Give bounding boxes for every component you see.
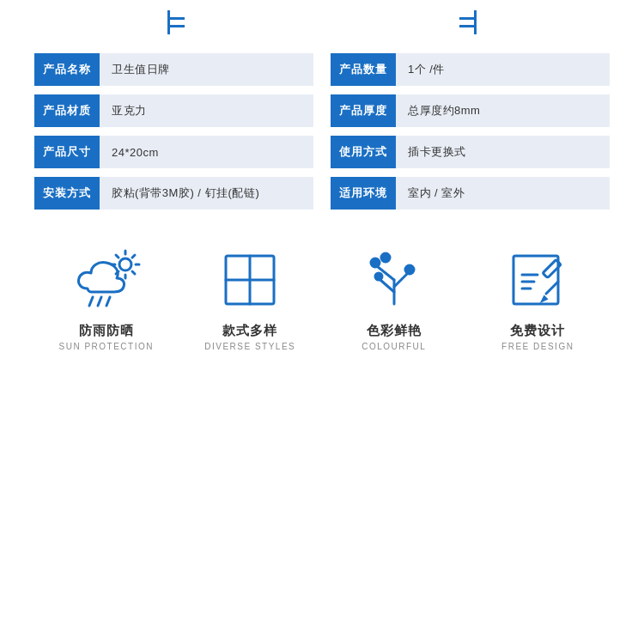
feature-label-en-colour: COLOURFUL: [361, 342, 426, 351]
feature-label-cn-diverse: 款式多样: [222, 323, 277, 339]
features-section: 防雨防晒 SUN PROTECTION 款式多样 DIVERSE STYLES: [34, 246, 610, 351]
svg-line-10: [132, 255, 135, 258]
diverse-icon: [211, 246, 289, 314]
svg-point-20: [381, 253, 390, 262]
param-value-install: 胶粘(背带3M胶) / 钉挂(配链): [100, 177, 313, 210]
param-value-name: 卫生值日牌: [100, 53, 313, 86]
param-label-thickness: 产品厚度: [331, 94, 396, 127]
param-row-qty: 产品数量 1个 /件: [331, 53, 610, 86]
feature-label-en-design: FREE DESIGN: [501, 342, 574, 351]
bracket-bl: [167, 10, 185, 27]
svg-line-16: [380, 280, 394, 292]
feature-label-cn-design: 免费设计: [510, 323, 565, 339]
param-label-size: 产品尺寸: [34, 136, 100, 168]
design-icon: [499, 246, 576, 314]
svg-line-17: [394, 273, 408, 287]
params-table: 产品名称 卫生值日牌 产品数量 1个 /件 产品材质 亚克力 产品厚度 总厚度约…: [34, 53, 610, 210]
param-row-size: 产品尺寸 24*20cm: [34, 136, 313, 168]
param-value-thickness: 总厚度约8mm: [396, 94, 610, 127]
svg-line-25: [546, 282, 558, 294]
svg-line-8: [116, 255, 118, 258]
feature-item-diverse: 款式多样 DIVERSE STYLES: [190, 246, 310, 351]
param-row-name: 产品名称 卫生值日牌: [34, 53, 313, 86]
feature-label-cn-colour: 色彩鲜艳: [367, 323, 422, 339]
param-label-name: 产品名称: [34, 53, 100, 86]
svg-point-3: [119, 258, 131, 270]
param-label-env: 适用环境: [331, 177, 396, 210]
header-bracket: [167, 17, 477, 27]
feature-label-en-weather: SUN PROTECTION: [59, 342, 154, 351]
param-value-material: 亚克力: [100, 94, 313, 127]
feature-item-weather: 防雨防晒 SUN PROTECTION: [46, 246, 167, 351]
param-label-usage: 使用方式: [331, 136, 396, 168]
param-label-material: 产品材质: [34, 94, 100, 127]
param-value-qty: 1个 /件: [396, 53, 610, 86]
param-value-usage: 插卡更换式: [396, 136, 610, 168]
svg-line-11: [116, 271, 118, 274]
feature-label-cn-weather: 防雨防晒: [79, 323, 134, 339]
svg-line-1: [98, 297, 101, 306]
param-row-material: 产品材质 亚克力: [34, 94, 313, 127]
svg-point-21: [405, 265, 414, 274]
param-row-usage: 使用方式 插卡更换式: [331, 136, 610, 168]
param-label-install: 安装方式: [34, 177, 100, 210]
svg-line-2: [106, 297, 110, 306]
svg-point-19: [371, 258, 380, 267]
svg-line-0: [89, 297, 93, 306]
svg-line-9: [132, 271, 135, 274]
param-row-env: 适用环境 室内 / 室外: [331, 177, 610, 210]
feature-label-en-diverse: DIVERSE STYLES: [204, 342, 295, 351]
page: 产品名称 卫生值日牌 产品数量 1个 /件 产品材质 亚克力 产品厚度 总厚度约…: [0, 0, 644, 644]
colour-icon: [355, 246, 433, 314]
param-row-thickness: 产品厚度 总厚度约8mm: [331, 94, 610, 127]
param-value-size: 24*20cm: [100, 136, 313, 168]
weather-icon: [68, 246, 145, 314]
feature-item-colour: 色彩鲜艳 COLOURFUL: [334, 246, 454, 351]
header-section: [167, 17, 477, 29]
feature-item-design: 免费设计 FREE DESIGN: [477, 246, 598, 351]
bracket-br: [459, 10, 477, 27]
param-value-env: 室内 / 室外: [396, 177, 610, 210]
param-label-qty: 产品数量: [331, 53, 396, 86]
svg-point-22: [375, 273, 382, 280]
param-row-install: 安装方式 胶粘(背带3M胶) / 钉挂(配链): [34, 177, 313, 210]
